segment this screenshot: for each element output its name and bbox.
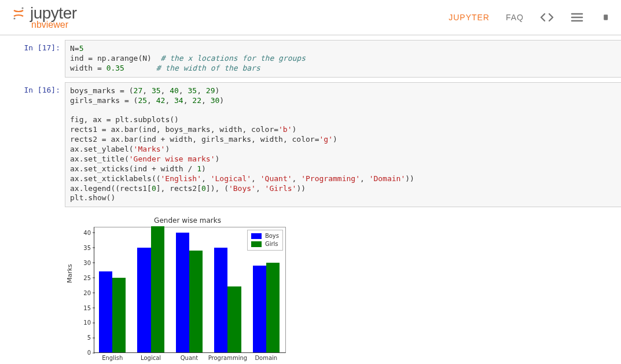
y-tick: 15 [83,304,94,311]
bar [99,271,112,352]
bar [227,286,241,352]
nav-faq[interactable]: FAQ [506,13,524,22]
code-area[interactable]: boys_marks = (27, 35, 40, 35, 29) girls_… [65,82,621,208]
bar [112,278,126,353]
logo-subtext: nbviewer [31,20,68,30]
code-area[interactable]: N=5 ind = np.arange(N) # the x locations… [65,40,621,78]
y-tick: 35 [83,244,94,251]
y-tick: 25 [83,274,94,281]
notebook: In [17]:N=5 ind = np.arange(N) # the x l… [0,35,621,364]
bar [266,263,280,353]
bar [137,248,150,353]
code-cell: In [16]:boys_marks = (27, 35, 40, 35, 29… [0,82,621,208]
jupyter-icon [12,6,25,20]
svg-point-1 [13,17,15,19]
y-tick: 40 [83,229,94,236]
input-prompt: In [16]: [0,82,65,98]
logo[interactable]: jupyter nbviewer [12,5,77,30]
bar [176,233,189,353]
svg-rect-5 [604,14,608,20]
cell-output: Gender wise marks Marks Boys Girls 05101… [65,212,621,364]
chart-title: Gender wise marks [86,216,289,225]
code-icon[interactable] [540,10,554,24]
header: jupyter nbviewer JUPYTER FAQ [0,0,621,35]
code-cell: In [17]:N=5 ind = np.arange(N) # the x l… [0,40,621,78]
svg-point-0 [21,7,23,9]
logo-text: jupyter [30,5,77,21]
bar [189,251,203,352]
bar [214,248,227,353]
legend-label: Girls [265,240,278,248]
bar-chart: Gender wise marks Marks Boys Girls 05101… [69,216,289,364]
menu-lines-icon[interactable] [570,10,584,24]
extra-icon[interactable] [600,10,614,24]
y-tick: 0 [87,350,94,356]
plot-area: Boys Girls 0510152025303540EnglishLogica… [94,227,286,353]
bar [151,226,164,352]
x-tick: English [102,352,123,361]
legend-swatch-girls [251,241,262,247]
x-tick: Logical [141,352,161,361]
y-tick: 30 [83,259,94,266]
nav-jupyter[interactable]: JUPYTER [449,13,490,22]
x-tick: Programming [208,352,247,361]
x-tick: Quant [181,352,199,361]
input-prompt: In [17]: [0,40,65,56]
chart-ylabel: Marks [66,264,74,284]
chart-legend: Boys Girls [247,230,283,251]
y-tick: 20 [83,289,94,296]
y-tick: 5 [87,334,94,341]
y-tick: 10 [83,319,94,326]
legend-row: Girls [251,240,279,248]
bar [253,266,266,353]
legend-row: Boys [251,232,279,240]
legend-label: Boys [265,232,279,240]
legend-swatch-boys [251,233,262,239]
x-tick: Domain [255,352,277,361]
nav: JUPYTER FAQ [449,10,614,24]
